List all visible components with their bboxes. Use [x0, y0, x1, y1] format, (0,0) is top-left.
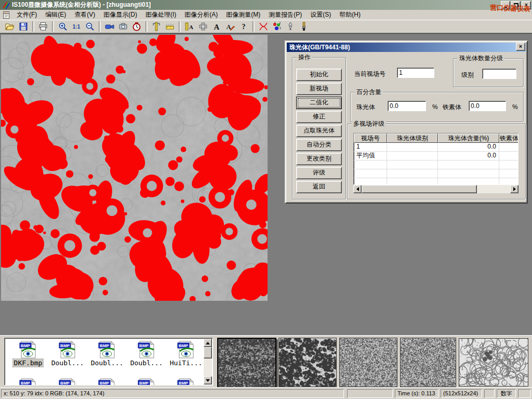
file-list[interactable]: BMPDKF.bmpBMPDoubl...BMPDoubl...BMPDoubl… [4, 338, 213, 385]
op-button-5[interactable]: 点取珠光体 [296, 125, 342, 137]
grade-input[interactable] [482, 69, 516, 79]
table-cell [387, 169, 438, 178]
menu-item[interactable]: 查看(V) [70, 10, 99, 20]
ink-pen-icon[interactable] [284, 21, 297, 32]
scroll-up-icon[interactable] [206, 340, 210, 344]
file-item[interactable]: BMPDoubl... [48, 340, 87, 367]
open-file-icon[interactable] [4, 21, 16, 32]
table-cell [499, 178, 518, 185]
curve-tool-icon[interactable] [257, 21, 270, 32]
menu-item[interactable]: 文件(F) [12, 10, 41, 20]
menu-item[interactable]: 编辑(E) [41, 10, 70, 20]
status-empty-3 [518, 389, 531, 398]
metallograph-image[interactable] [1, 35, 268, 301]
table-header[interactable]: 珠光体含量(%) [438, 134, 499, 143]
svg-text:BMP: BMP [100, 381, 109, 385]
op-button-2[interactable]: 新视场 [296, 83, 342, 95]
multiview-table[interactable]: 视场号珠光体级别珠光体含量(%)铁素体含量(%) 10.0平均值0.0 [353, 133, 518, 185]
table-hscrollbar[interactable] [353, 185, 518, 193]
menu-item[interactable]: 图像测量(M) [222, 10, 264, 20]
ferrite-percent-input[interactable] [469, 101, 506, 111]
file-item-clipped[interactable]: BMP [127, 378, 166, 385]
op-button-9[interactable]: 返回 [296, 181, 342, 193]
text-icon[interactable]: A [210, 21, 223, 32]
table-header[interactable]: 视场号 [354, 134, 387, 143]
window-title: IS100显微摄像系统(金相分析版) - [zhuguangti01] [12, 1, 151, 9]
table-row[interactable]: 平均值0.0 [354, 152, 518, 161]
toolbar-separator [32, 21, 34, 32]
thumbnail-banded-dark[interactable] [217, 338, 276, 388]
table-row[interactable]: 10.0 [354, 143, 518, 152]
menu-item[interactable]: 图像处理(I) [141, 10, 180, 20]
thumbnail-coarse-blobs[interactable] [278, 338, 337, 387]
toolbar-separator [145, 21, 148, 32]
zoom-out-icon[interactable] [84, 21, 96, 32]
menu-item[interactable]: 图像分析(A) [180, 10, 222, 20]
table-header[interactable]: 珠光体级别 [387, 134, 438, 143]
menu-item[interactable]: 测量报告(P) [264, 10, 306, 20]
table-row[interactable] [354, 178, 518, 185]
thumbnail-graphite-flakes[interactable] [459, 338, 528, 387]
multiview-group-label: 多视场评级 [352, 120, 386, 127]
op-button-7[interactable]: 更改类别 [296, 153, 342, 165]
table-row[interactable] [354, 169, 518, 178]
table-cell [387, 152, 438, 160]
annotate-icon[interactable]: A [224, 21, 236, 32]
table-row[interactable] [354, 161, 518, 169]
op-button-6[interactable]: 自动分类 [296, 139, 342, 151]
table-cell [387, 161, 438, 169]
table-cell [354, 161, 387, 169]
file-label: Doubl... [129, 359, 164, 367]
pearlite-percent-input[interactable] [388, 101, 426, 111]
file-item-clipped[interactable]: BMP [9, 378, 47, 385]
save-icon[interactable] [17, 21, 30, 32]
menu-item[interactable]: 图像显示(D) [99, 10, 141, 20]
menu-item[interactable]: 帮助(H) [335, 10, 365, 20]
video-camera-icon[interactable] [103, 21, 116, 32]
help-icon[interactable]: ? [237, 21, 250, 32]
svg-text:BMP: BMP [100, 343, 109, 348]
op-button-1[interactable]: 初始化 [296, 69, 342, 81]
file-item[interactable]: BMPDoubl... [88, 340, 126, 367]
ruler-icon[interactable] [164, 21, 176, 32]
current-view-input[interactable] [397, 68, 434, 78]
grade-label: 级别 [461, 71, 474, 79]
op-button-4[interactable]: 修正 [296, 111, 342, 123]
file-item[interactable]: BMPDKF.bmp [9, 340, 47, 367]
photo-camera-icon[interactable] [117, 21, 129, 32]
close-button[interactable]: × [522, 1, 531, 9]
dialog-close-icon[interactable]: × [516, 43, 525, 51]
menu-item[interactable]: 设置(S) [306, 10, 335, 20]
grading-group-label: 珠光体数量分级 [458, 55, 504, 62]
dialog-title: 珠光体(GB/T9441-88) [287, 43, 526, 52]
paint-brush-icon[interactable] [298, 21, 310, 32]
svg-text:BMP: BMP [60, 381, 70, 385]
classify-icon[interactable]: 123 [271, 21, 283, 32]
scroll-down-icon[interactable] [206, 379, 210, 384]
file-label: HuiTi... [169, 359, 204, 367]
pearlite-label: 珠光体 [356, 103, 375, 111]
zoom-in-icon[interactable] [57, 21, 69, 32]
restore-button[interactable] [511, 1, 521, 9]
op-button-3[interactable]: 二值化 [296, 97, 342, 109]
toolbar-separator [52, 21, 54, 32]
caliper-icon[interactable] [150, 21, 163, 32]
file-item-clipped[interactable]: BMP [88, 378, 126, 385]
table-header[interactable]: 铁素体含量(%) [499, 134, 518, 143]
thumbnail-fine-speckle[interactable] [339, 338, 397, 387]
op-button-8[interactable]: 评级 [296, 167, 342, 179]
file-item-clipped[interactable]: BMP [167, 378, 205, 385]
file-item-clipped[interactable]: BMP [48, 378, 87, 385]
minimize-button[interactable] [501, 1, 510, 9]
measure-text-icon[interactable]: A [183, 21, 196, 32]
scroll-left-icon[interactable] [354, 187, 359, 191]
timer-icon[interactable] [130, 21, 143, 32]
thumbnail-fine-speckle-2[interactable] [400, 338, 456, 387]
print-icon[interactable] [37, 21, 49, 32]
actual-size-icon[interactable]: 1:1 [70, 21, 83, 32]
grid-icon[interactable] [197, 21, 209, 32]
scroll-right-icon[interactable] [513, 187, 518, 191]
file-item[interactable]: BMPHuiTi... [167, 340, 205, 367]
svg-text:BMP: BMP [179, 381, 188, 385]
file-item[interactable]: BMPDoubl... [127, 340, 166, 367]
